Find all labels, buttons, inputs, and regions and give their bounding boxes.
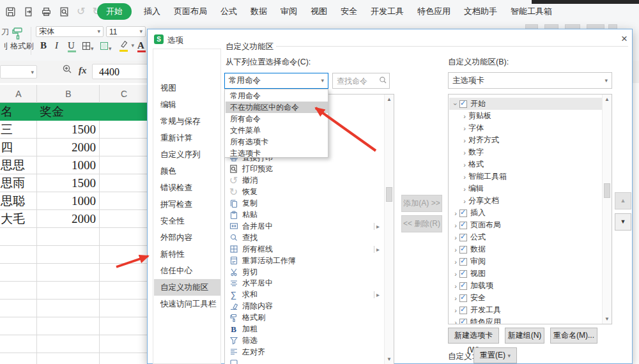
sidebar-item-信任中心[interactable]: 信任中心 <box>154 262 220 279</box>
chevron-icon[interactable]: › <box>452 282 459 290</box>
tab-安全[interactable]: 安全 <box>339 3 358 20</box>
sheet-row[interactable]: 三1500 <box>0 121 148 139</box>
format-painter-label[interactable]: 刂 格式刷 <box>1 41 33 52</box>
scroll-thumb[interactable] <box>604 183 610 198</box>
command-item-恢复[interactable]: ↻恢复 <box>229 186 382 198</box>
remove-button[interactable]: << 删除(R) <box>401 215 442 232</box>
tab-文档助手[interactable]: 文档助手 <box>463 3 498 20</box>
chevron-icon[interactable]: › <box>461 173 468 181</box>
dropdown-option-常用命令[interactable]: 常用命令 <box>226 90 328 102</box>
flyout-arrow-icon[interactable]: ▸ <box>374 291 380 298</box>
sheet-row[interactable]: 大毛2000 <box>0 210 148 228</box>
command-item-水平居中[interactable]: 水平居中 <box>229 278 382 289</box>
sidebar-item-错误检查[interactable]: 错误检查 <box>154 179 220 196</box>
sheet-header-row[interactable]: 名 奖金 <box>0 103 148 121</box>
checkbox-checked-icon[interactable] <box>459 246 467 254</box>
sidebar-item-拼写检查[interactable]: 拼写检查 <box>154 196 220 213</box>
tree-item-特色应用[interactable]: ›特色应用 <box>449 316 606 324</box>
tree-item-开发工具[interactable]: ›开发工具 <box>449 304 606 316</box>
command-item-加粗[interactable]: B加粗 <box>229 324 382 335</box>
sidebar-item-新特性[interactable]: 新特性 <box>154 246 220 262</box>
command-item-左对齐[interactable]: 左对齐 <box>229 346 382 358</box>
command-item-剪切[interactable]: 剪切 <box>229 266 382 278</box>
flyout-arrow-icon[interactable]: ▸ <box>374 246 380 253</box>
sidebar-item-编辑[interactable]: 编辑 <box>154 96 220 113</box>
rename-button[interactable]: 重命名(M)... <box>550 328 597 344</box>
chevron-icon[interactable]: › <box>452 270 459 278</box>
font-name-select[interactable]: 宋体▾ <box>36 26 104 37</box>
chevron-icon[interactable]: › <box>461 197 468 205</box>
sheet-row[interactable]: 思思1000 <box>0 156 148 174</box>
fill-color-button[interactable]: ▾ <box>100 42 112 52</box>
command-item-重算活动工作簿[interactable]: 重算活动工作簿 <box>229 255 382 266</box>
command-item[interactable] <box>229 358 382 364</box>
tree-item-视图[interactable]: ›视图 <box>449 268 606 280</box>
move-down-button[interactable]: ▼ <box>615 213 631 231</box>
chevron-icon[interactable]: › <box>461 161 468 169</box>
tab-开发工具[interactable]: 开发工具 <box>369 3 405 20</box>
highlight-color-button[interactable]: ▾ <box>119 40 128 50</box>
chevron-icon[interactable]: › <box>452 234 459 241</box>
flyout-arrow-icon[interactable]: ▸ <box>374 223 380 230</box>
sidebar-item-快速访问工具栏[interactable]: 快速访问工具栏 <box>154 296 220 312</box>
command-item-格式刷[interactable]: 格式刷 <box>229 312 382 324</box>
tree-item-公式[interactable]: ›公式 <box>449 231 606 243</box>
sidebar-item-自定义序列[interactable]: 自定义序列 <box>154 146 220 163</box>
column-header-C[interactable]: C <box>100 85 148 103</box>
sheet-row[interactable]: 思雨1500 <box>0 174 148 192</box>
scroll-thumb[interactable] <box>386 187 392 202</box>
dropdown-option-所有选项卡[interactable]: 所有选项卡 <box>226 136 328 148</box>
tree-item-页面布局[interactable]: ›页面布局 <box>449 219 606 231</box>
print-preview-icon[interactable] <box>59 6 70 17</box>
sheet-row[interactable]: 思聪1000 <box>0 192 148 210</box>
formula-input[interactable]: 4400 <box>92 64 151 79</box>
command-item-打印预览[interactable]: 打印预览 <box>229 163 382 175</box>
chevron-icon[interactable]: › <box>452 307 459 314</box>
chevron-icon[interactable]: › <box>461 149 468 156</box>
close-icon[interactable]: × <box>617 32 631 46</box>
tree-item-分享文档[interactable]: ›分享文档 <box>449 195 612 207</box>
save-icon[interactable] <box>5 6 16 17</box>
undo-icon[interactable]: ↺ <box>77 7 85 17</box>
checkbox-checked-icon[interactable] <box>459 209 467 217</box>
checkbox-checked-icon[interactable] <box>459 100 467 108</box>
chevron-icon[interactable]: › <box>452 258 459 266</box>
chevron-icon[interactable]: › <box>461 112 468 120</box>
tree-item-安全[interactable]: ›安全 <box>449 292 606 304</box>
tab-特色应用[interactable]: 特色应用 <box>416 3 452 20</box>
scroll-up-icon[interactable]: ▲ <box>603 96 612 102</box>
chevron-icon[interactable]: › <box>452 246 459 254</box>
underline-button[interactable]: U <box>68 40 75 51</box>
sidebar-item-常规与保存[interactable]: 常规与保存 <box>154 113 220 130</box>
scroll-down-icon[interactable]: ▼ <box>603 316 612 322</box>
command-item-粘贴[interactable]: 粘贴 <box>229 209 382 221</box>
dropdown-option-所有命令[interactable]: 所有命令 <box>226 113 328 125</box>
name-box[interactable]: ▾ <box>0 65 37 79</box>
chevron-icon[interactable]: › <box>452 222 459 229</box>
tab-智能工具箱[interactable]: 智能工具箱 <box>509 3 553 20</box>
chevron-icon[interactable]: › <box>452 209 459 217</box>
column-header-B[interactable]: B <box>37 85 100 103</box>
tab-页面布局[interactable]: 页面布局 <box>173 3 208 20</box>
reset-button[interactable]: 重置(E) ▾ <box>473 347 517 363</box>
export-icon[interactable] <box>23 6 34 17</box>
dropdown-option-文件菜单[interactable]: 文件菜单 <box>226 125 328 136</box>
sidebar-item-颜色[interactable]: 颜色 <box>154 163 220 179</box>
command-item-所有框线[interactable]: 所有框线▸ <box>229 243 382 255</box>
add-button[interactable]: 添加(A) >> <box>401 195 442 212</box>
sidebar-item-外部内容[interactable]: 外部内容 <box>154 229 220 246</box>
tree-item-审阅[interactable]: ›审阅 <box>449 255 606 268</box>
tree-item-数据[interactable]: ›数据 <box>449 243 606 255</box>
checkbox-checked-icon[interactable] <box>459 319 467 325</box>
command-item-求和[interactable]: ∑求和▸ <box>229 289 382 301</box>
tree-item-剪贴板[interactable]: ›剪贴板 <box>449 110 612 122</box>
tree-item-插入[interactable]: ›插入 <box>449 207 606 219</box>
font-color-button[interactable]: A <box>137 40 144 51</box>
chevron-icon[interactable]: › <box>461 185 468 193</box>
chevron-icon[interactable]: › <box>461 125 468 132</box>
checkbox-checked-icon[interactable] <box>459 307 467 314</box>
command-item-复制[interactable]: 复制 <box>229 198 382 209</box>
new-group-button[interactable]: 新建组(N) <box>505 328 544 344</box>
command-list-scrollbar[interactable]: ▲▼ <box>384 95 394 364</box>
tab-视图[interactable]: 视图 <box>309 3 328 20</box>
